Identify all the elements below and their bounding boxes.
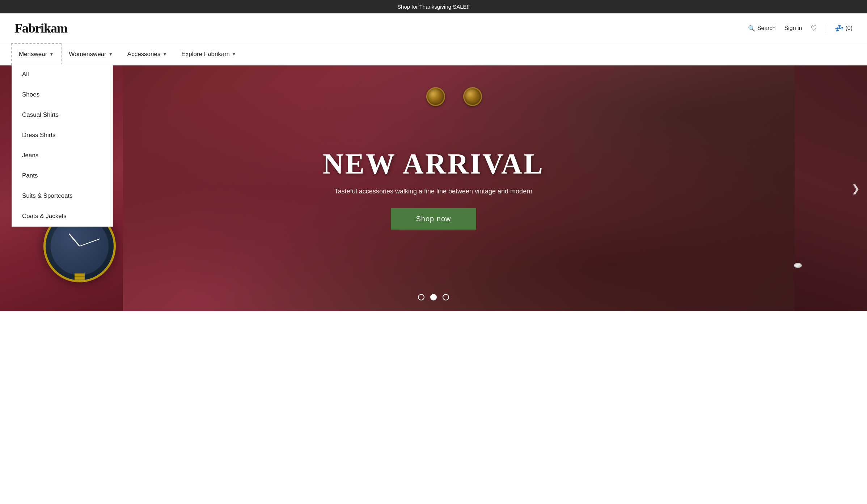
carousel-dot-1[interactable] [418, 294, 424, 300]
jacket-button-2 [463, 87, 482, 106]
nav-label-explore: Explore Fabrikam [181, 51, 229, 58]
ring-decoration [794, 263, 802, 268]
search-icon: 🔍 [748, 25, 755, 32]
chevron-down-icon: ▼ [162, 52, 167, 57]
shop-now-button[interactable]: Shop now [391, 208, 477, 230]
hero-title: NEW ARRIVAL [323, 148, 544, 180]
dropdown-item-casual-shirts[interactable]: Casual Shirts [12, 105, 113, 125]
search-button[interactable]: 🔍 Search [748, 25, 776, 32]
logo[interactable]: Fabrikam [14, 21, 67, 36]
jacket-button-1 [426, 87, 445, 106]
carousel-dot-2[interactable] [430, 294, 437, 300]
carousel-dot-3[interactable] [443, 294, 449, 300]
nav-item-womenswear[interactable]: Womenswear ▼ [62, 44, 120, 64]
dropdown-item-shoes[interactable]: Shoes [12, 85, 113, 105]
banner-text: Shop for Thanksgiving SALE!! [397, 4, 470, 10]
dropdown-item-pants[interactable]: Pants [12, 166, 113, 186]
hero-section: NEW ARRIVAL Tasteful accessories walking… [0, 65, 867, 311]
hero-content: NEW ARRIVAL Tasteful accessories walking… [323, 148, 544, 230]
search-label: Search [757, 25, 776, 31]
header-actions: 🔍 Search Sign in ♡ 💤 (0) [748, 24, 853, 33]
cart-button[interactable]: 💤 (0) [835, 24, 853, 33]
nav-item-explore[interactable]: Explore Fabrikam ▼ [174, 44, 243, 64]
chevron-down-icon: ▼ [49, 52, 54, 57]
signin-button[interactable]: Sign in [784, 25, 802, 31]
top-banner: Shop for Thanksgiving SALE!! [0, 0, 867, 13]
watch-minute-hand [80, 239, 100, 247]
dropdown-item-dress-shirts[interactable]: Dress Shirts [12, 125, 113, 145]
wishlist-button[interactable]: ♡ [811, 24, 817, 33]
nav-label-menswear: Menswear [19, 51, 47, 58]
dropdown-item-jeans[interactable]: Jeans [12, 145, 113, 166]
dropdown-item-coats[interactable]: Coats & Jackets [12, 206, 113, 226]
chevron-down-icon: ▼ [232, 52, 236, 57]
menswear-dropdown: All Shoes Casual Shirts Dress Shirts Jea… [12, 64, 113, 227]
chevron-down-icon: ▼ [109, 52, 113, 57]
watch-hour-hand [69, 234, 80, 247]
nav-item-accessories[interactable]: Accessories ▼ [120, 44, 174, 64]
nav-label-accessories: Accessories [127, 51, 161, 58]
carousel-dots [418, 294, 449, 300]
header: Fabrikam 🔍 Search Sign in ♡ 💤 (0) [0, 13, 867, 43]
cart-count: (0) [845, 25, 853, 31]
carousel-next-arrow[interactable]: ❯ [851, 183, 860, 195]
dropdown-item-suits[interactable]: Suits & Sportcoats [12, 186, 113, 206]
nav-label-womenswear: Womenswear [69, 51, 106, 58]
header-divider [826, 24, 826, 33]
dropdown-item-all[interactable]: All [12, 64, 113, 85]
cart-icon: 💤 [835, 24, 844, 33]
navigation: Menswear ▼ All Shoes Casual Shirts Dress… [0, 43, 867, 65]
jacket-buttons [426, 87, 482, 106]
watch-bracelet-bottom [75, 273, 85, 282]
hero-subtitle: Tasteful accessories walking a fine line… [323, 188, 544, 195]
nav-item-menswear[interactable]: Menswear ▼ All Shoes Casual Shirts Dress… [11, 43, 62, 65]
